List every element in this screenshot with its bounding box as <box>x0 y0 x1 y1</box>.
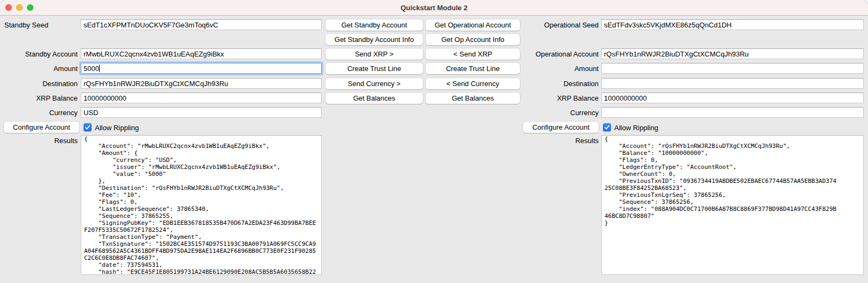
standby-results-text[interactable]: { "Account": "rMwbLRUXC2qcnx4zvb1WB1uEAq… <box>81 135 322 275</box>
operational-destination-label: Destination <box>496 80 599 88</box>
operational-amount-label: Amount <box>496 65 599 73</box>
title-bar[interactable]: Quickstart Module 2 <box>0 0 868 16</box>
send-xrp-right-button[interactable]: Send XRP > <box>325 48 423 60</box>
operational-results-text[interactable]: { "Account": "rQsFHYb1nRWJR2BiuDTXgCtXCM… <box>601 135 864 275</box>
standby-seed-input[interactable] <box>81 19 322 30</box>
standby-get-balances-button[interactable]: Get Balances <box>325 93 423 104</box>
check-icon <box>85 125 91 130</box>
standby-allow-rippling-checkbox[interactable] <box>84 123 92 131</box>
zoom-icon[interactable] <box>27 4 33 11</box>
operational-currency-input[interactable] <box>601 107 864 118</box>
operational-account-label: Operational Account <box>496 50 599 58</box>
standby-xrp-balance-label: XRP Balance <box>0 94 78 102</box>
standby-seed-label: Standby Seed <box>4 21 48 29</box>
standby-xrp-balance-input[interactable] <box>81 93 322 103</box>
operational-account-input[interactable] <box>601 48 864 59</box>
standby-amount-label: Amount <box>0 65 78 73</box>
operational-results-label: Results <box>496 137 599 145</box>
standby-create-trust-line-button[interactable]: Create Trust Line <box>325 63 423 74</box>
get-op-account-info-button[interactable]: Get Op Account Info <box>426 34 520 45</box>
get-standby-account-info-button[interactable]: Get Standby Account Info <box>325 34 423 45</box>
standby-amount-input[interactable] <box>81 63 322 74</box>
operational-configure-account-button[interactable]: Configure Account <box>523 122 599 133</box>
standby-account-label: Standby Account <box>0 50 78 58</box>
standby-results-label: Results <box>0 137 78 145</box>
standby-currency-input[interactable] <box>81 107 322 118</box>
operational-allow-rippling-checkbox[interactable] <box>603 123 611 131</box>
operational-xrp-balance-input[interactable] <box>601 93 864 103</box>
window-title: Quickstart Module 2 <box>400 4 467 12</box>
close-icon[interactable] <box>5 4 12 11</box>
operational-amount-input[interactable] <box>601 63 864 74</box>
operational-seed-label: Operational Seed <box>496 21 599 29</box>
operational-destination-input[interactable] <box>601 78 864 89</box>
get-standby-account-button[interactable]: Get Standby Account <box>325 19 423 31</box>
send-currency-right-button[interactable]: Send Currency > <box>325 78 423 89</box>
standby-currency-label: Currency <box>0 109 78 117</box>
standby-configure-account-button[interactable]: Configure Account <box>4 122 79 133</box>
standby-destination-label: Destination <box>0 80 78 88</box>
operational-xrp-balance-label: XRP Balance <box>496 94 599 102</box>
operational-seed-input[interactable] <box>601 19 864 30</box>
check-icon <box>604 125 610 130</box>
text-cursor <box>99 65 100 72</box>
standby-allow-rippling-label: Allow Rippling <box>95 124 139 132</box>
standby-destination-input[interactable] <box>81 78 322 89</box>
app-window: Quickstart Module 2 Standby Seed Standby… <box>0 0 868 283</box>
operational-allow-rippling-label: Allow Rippling <box>614 124 658 132</box>
minimize-icon[interactable] <box>16 4 23 11</box>
standby-account-input[interactable] <box>81 48 322 59</box>
operational-currency-label: Currency <box>496 109 599 117</box>
